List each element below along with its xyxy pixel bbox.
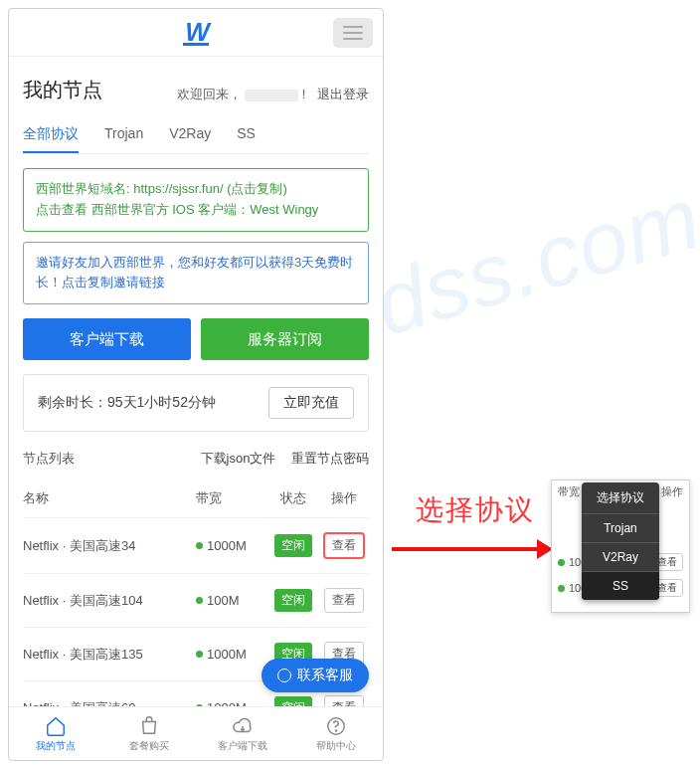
protocol-option-ss[interactable]: SS bbox=[582, 572, 659, 600]
nav-label: 帮助中心 bbox=[316, 739, 356, 753]
chat-icon bbox=[277, 669, 291, 682]
download-json-link[interactable]: 下载json文件 bbox=[201, 451, 276, 466]
help-icon bbox=[325, 715, 347, 737]
bag-icon bbox=[138, 715, 160, 737]
notice-link[interactable]: https://sjssr.fun/ (点击复制) bbox=[133, 181, 287, 196]
svg-point-1 bbox=[335, 730, 336, 731]
node-name: Netflix · 美国高速34 bbox=[23, 537, 196, 555]
protocol-popover-preview: 带宽 操作 选择协议 Trojan V2Ray SS 1000M 查看 100M… bbox=[551, 479, 690, 613]
top-bar: W bbox=[9, 9, 383, 57]
welcome-suffix: ! bbox=[302, 87, 306, 101]
node-bandwidth: 1000M bbox=[196, 538, 267, 553]
view-button[interactable]: 查看 bbox=[324, 588, 364, 613]
protocol-menu-title: 选择协议 bbox=[582, 482, 659, 514]
mini-col-bandwidth: 带宽 bbox=[558, 484, 580, 499]
contact-support-button[interactable]: 联系客服 bbox=[262, 659, 369, 692]
status-badge: 空闲 bbox=[274, 696, 312, 706]
notice-invite[interactable]: 邀请好友加入西部世界，您和好友都可以获得3天免费时长！点击复制邀请链接 bbox=[23, 242, 369, 305]
balance-text: 剩余时长：95天1小时52分钟 bbox=[38, 394, 216, 412]
table-row: Netflix · 美国高速34 1000M 空闲 查看 bbox=[23, 518, 369, 574]
view-button[interactable]: 查看 bbox=[324, 695, 364, 706]
nav-purchase[interactable]: 套餐购买 bbox=[102, 707, 196, 760]
cloud-download-icon bbox=[232, 715, 254, 737]
notice-text: 点击查看 西部世界官方 IOS 客户端： bbox=[36, 202, 250, 217]
balance-bar: 剩余时长：95天1小时52分钟 立即充值 bbox=[23, 374, 369, 432]
node-bandwidth: 100M bbox=[196, 593, 267, 608]
app-frame: W 我的节点 欢迎回来， ! 退出登录 全部协议 Trojan V2Ray SS… bbox=[8, 8, 384, 761]
main-content: 我的节点 欢迎回来， ! 退出登录 全部协议 Trojan V2Ray SS 西… bbox=[9, 57, 383, 706]
tab-v2ray[interactable]: V2Ray bbox=[169, 117, 211, 153]
status-dot-icon bbox=[196, 651, 203, 658]
nav-label: 我的节点 bbox=[36, 739, 76, 753]
status-badge: 空闲 bbox=[274, 534, 312, 557]
node-name: Netflix · 美国高速104 bbox=[23, 592, 196, 610]
node-name: Netflix · 美国高速135 bbox=[23, 646, 196, 664]
nav-label: 套餐购买 bbox=[129, 739, 169, 753]
nav-help[interactable]: 帮助中心 bbox=[289, 707, 383, 760]
tab-ss[interactable]: SS bbox=[237, 117, 256, 153]
tab-trojan[interactable]: Trojan bbox=[104, 117, 143, 153]
node-name: Netflix · 美国高速60 bbox=[23, 699, 196, 706]
col-status: 状态 bbox=[267, 489, 319, 507]
status-badge: 空闲 bbox=[274, 589, 312, 612]
col-name: 名称 bbox=[23, 489, 196, 507]
nav-download[interactable]: 客户端下载 bbox=[196, 707, 289, 760]
tab-all[interactable]: 全部协议 bbox=[23, 117, 79, 153]
status-dot-icon bbox=[558, 585, 565, 592]
protocol-option-trojan[interactable]: Trojan bbox=[582, 514, 659, 543]
status-dot-icon bbox=[196, 542, 203, 549]
notice-link[interactable]: West Wingy bbox=[250, 202, 318, 217]
button-row: 客户端下载 服务器订阅 bbox=[23, 318, 369, 360]
table-row: Netflix · 美国高速104 100M 空闲 查看 bbox=[23, 574, 369, 628]
view-button[interactable]: 查看 bbox=[323, 532, 365, 559]
status-dot-icon bbox=[196, 597, 203, 604]
table-header: 名称 带宽 状态 操作 bbox=[23, 479, 369, 518]
callout-label: 选择协议 bbox=[416, 491, 535, 529]
nav-my-nodes[interactable]: 我的节点 bbox=[9, 707, 102, 760]
username-masked bbox=[245, 90, 298, 101]
reset-password-link[interactable]: 重置节点密码 bbox=[291, 451, 369, 466]
server-subscribe-button[interactable]: 服务器订阅 bbox=[201, 318, 369, 360]
arrow-annotation bbox=[392, 539, 553, 559]
nav-label: 客户端下载 bbox=[218, 739, 267, 753]
status-dot-icon bbox=[558, 559, 565, 566]
protocol-menu: 选择协议 Trojan V2Ray SS bbox=[582, 482, 659, 600]
contact-label: 联系客服 bbox=[297, 667, 353, 684]
col-action: 操作 bbox=[319, 489, 369, 507]
notice-link[interactable]: 点击复制邀请链接 bbox=[62, 275, 165, 289]
logout-link[interactable]: 退出登录 bbox=[317, 87, 369, 101]
notice-shortdomain[interactable]: 西部世界短域名: https://sjssr.fun/ (点击复制) 点击查看 … bbox=[23, 168, 369, 232]
download-client-button[interactable]: 客户端下载 bbox=[23, 318, 191, 360]
mini-col-action: 操作 bbox=[661, 484, 683, 499]
protocol-tabs: 全部协议 Trojan V2Ray SS bbox=[23, 117, 369, 154]
welcome-prefix: 欢迎回来， bbox=[177, 87, 242, 101]
list-head: 节点列表 下载json文件 重置节点密码 bbox=[23, 450, 369, 468]
home-icon bbox=[45, 715, 67, 737]
list-title: 节点列表 bbox=[23, 450, 75, 468]
recharge-button[interactable]: 立即充值 bbox=[268, 387, 354, 419]
notice-text: 西部世界短域名: bbox=[36, 181, 133, 196]
col-bandwidth: 带宽 bbox=[196, 489, 267, 507]
node-bandwidth: 1000M bbox=[196, 647, 267, 662]
bottom-nav: 我的节点 套餐购买 客户端下载 帮助中心 bbox=[9, 706, 383, 760]
protocol-option-v2ray[interactable]: V2Ray bbox=[582, 543, 659, 572]
menu-button[interactable] bbox=[333, 18, 373, 48]
logo: W bbox=[185, 17, 207, 48]
